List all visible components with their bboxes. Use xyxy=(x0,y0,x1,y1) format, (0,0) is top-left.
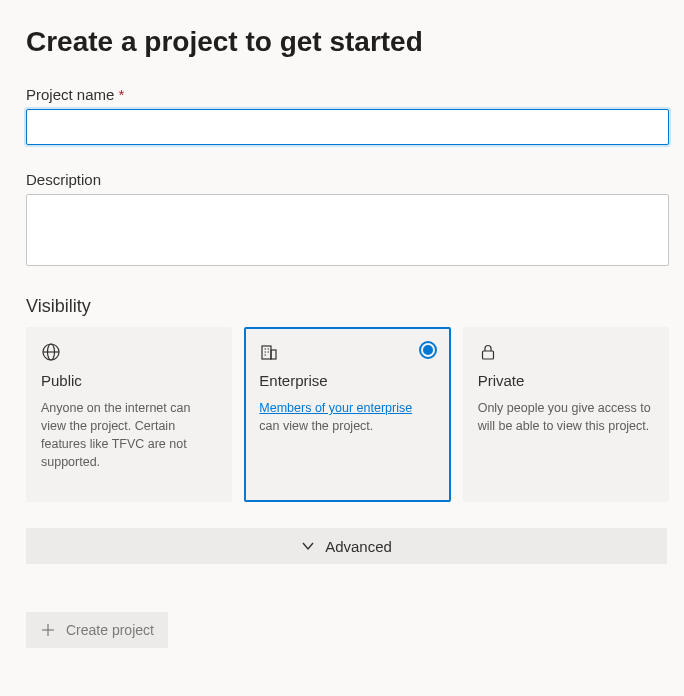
globe-icon xyxy=(41,342,61,362)
card-desc-public: Anyone on the internet can view the proj… xyxy=(41,399,217,472)
advanced-label: Advanced xyxy=(325,538,392,555)
card-desc-private: Only people you give access to will be a… xyxy=(478,399,654,435)
visibility-card-enterprise[interactable]: Enterprise Members of your enterprise ca… xyxy=(244,327,450,502)
visibility-label: Visibility xyxy=(26,296,658,317)
svg-rect-4 xyxy=(271,350,276,359)
project-name-label: Project name * xyxy=(26,86,658,103)
svg-rect-3 xyxy=(262,346,271,359)
visibility-card-public[interactable]: Public Anyone on the internet can view t… xyxy=(26,327,232,502)
create-project-label: Create project xyxy=(66,622,154,638)
svg-rect-10 xyxy=(482,351,493,359)
building-icon xyxy=(259,342,279,362)
enterprise-members-link[interactable]: Members of your enterprise xyxy=(259,401,412,415)
description-label: Description xyxy=(26,171,658,188)
visibility-cards: Public Anyone on the internet can view t… xyxy=(26,327,669,502)
card-title-public: Public xyxy=(41,372,217,389)
project-name-label-text: Project name xyxy=(26,86,114,103)
card-desc-enterprise-suffix: can view the project. xyxy=(259,419,373,433)
project-name-input[interactable] xyxy=(26,109,669,145)
lock-icon xyxy=(478,342,498,362)
create-button-row: Create project xyxy=(26,612,658,648)
chevron-down-icon xyxy=(301,539,315,553)
page-title: Create a project to get started xyxy=(26,26,658,58)
create-project-button[interactable]: Create project xyxy=(26,612,168,648)
card-title-private: Private xyxy=(478,372,654,389)
card-desc-enterprise: Members of your enterprise can view the … xyxy=(259,399,435,435)
card-title-enterprise: Enterprise xyxy=(259,372,435,389)
plus-icon xyxy=(40,622,56,638)
description-input[interactable] xyxy=(26,194,669,266)
radio-selected-icon xyxy=(419,341,437,359)
project-name-section: Project name * xyxy=(26,86,658,145)
visibility-card-private[interactable]: Private Only people you give access to w… xyxy=(463,327,669,502)
description-section: Description xyxy=(26,171,658,270)
required-asterisk: * xyxy=(119,86,125,103)
visibility-section: Visibility Public Anyone on the internet… xyxy=(26,296,658,502)
advanced-toggle[interactable]: Advanced xyxy=(26,528,667,564)
